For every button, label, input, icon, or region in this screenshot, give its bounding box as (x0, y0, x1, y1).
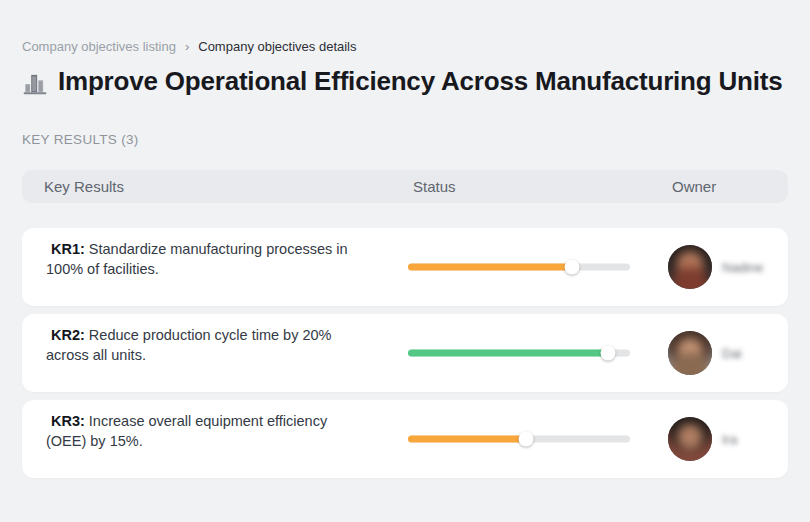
table-row-kr3[interactable]: KR3:Increase overall equipment efficienc… (22, 400, 788, 478)
kr1-label: KR1: (51, 241, 85, 257)
kr3-progress-fill (408, 436, 526, 443)
objective-title-row: Improve Operational Efficiency Across Ma… (22, 66, 790, 97)
kr2-progress-fill (408, 350, 608, 357)
kr3-description: KR3:Increase overall equipment efficienc… (46, 411, 368, 451)
kr1-progress-slider[interactable] (408, 259, 630, 275)
city-buildings-icon (22, 70, 48, 96)
kr1-description: KR1:Standardize manufacturing processes … (46, 239, 368, 279)
chevron-right-icon: › (185, 40, 189, 53)
kr2-owner-photo (668, 331, 712, 375)
kr3-owner-name: Ira (722, 432, 737, 447)
table-row-kr2[interactable]: KR2:Reduce production cycle time by 20% … (22, 314, 788, 392)
breadcrumb: Company objectives listing › Company obj… (22, 39, 357, 54)
kr1-owner-name: Nadine (722, 260, 763, 275)
kr2-owner-name: Dai (722, 346, 742, 361)
key-results-table-header: Key Results Status Owner (22, 170, 788, 203)
kr1-owner-photo (668, 245, 712, 289)
kr2-label: KR2: (51, 327, 85, 343)
column-header-key-results: Key Results (44, 170, 124, 203)
column-header-status: Status (413, 170, 456, 203)
column-header-owner: Owner (672, 170, 716, 203)
kr2-progress-slider[interactable] (408, 345, 630, 361)
kr3-owner-avatar[interactable] (668, 417, 712, 461)
kr1-progress-fill (408, 264, 572, 271)
objective-details-page: Company objectives listing › Company obj… (0, 0, 810, 522)
page-title: Improve Operational Efficiency Across Ma… (58, 66, 782, 97)
kr2-description: KR2:Reduce production cycle time by 20% … (46, 325, 368, 365)
kr2-owner-avatar[interactable] (668, 331, 712, 375)
kr3-label: KR3: (51, 413, 85, 429)
kr3-slider-knob[interactable] (518, 432, 533, 447)
kr1-slider-knob[interactable] (565, 260, 580, 275)
kr3-progress-slider[interactable] (408, 431, 630, 447)
kr1-owner-avatar[interactable] (668, 245, 712, 289)
breadcrumb-listing-link[interactable]: Company objectives listing (22, 39, 176, 54)
breadcrumb-current-page: Company objectives details (198, 39, 356, 54)
kr2-slider-knob[interactable] (600, 346, 615, 361)
key-results-section-label: KEY RESULTS (3) (22, 132, 139, 147)
kr3-owner-photo (668, 417, 712, 461)
table-row-kr1[interactable]: KR1:Standardize manufacturing processes … (22, 228, 788, 306)
